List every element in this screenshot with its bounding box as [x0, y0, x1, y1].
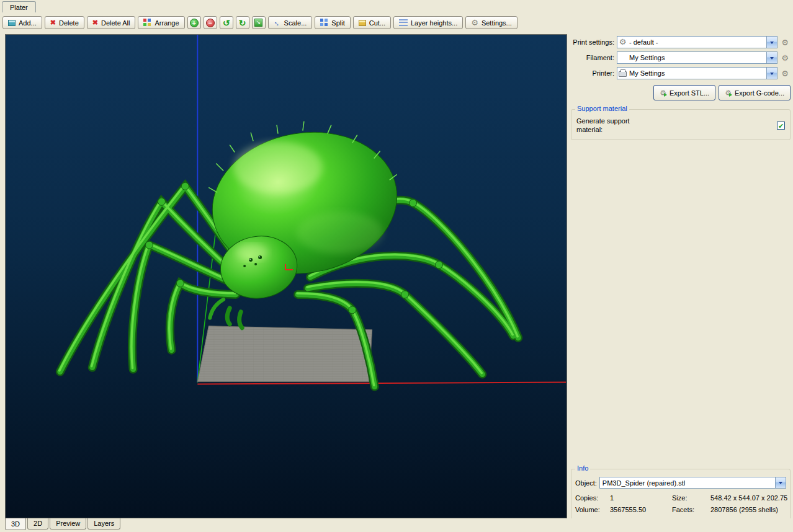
- support-material-group: Support material Generate support materi…: [571, 109, 791, 140]
- print-settings-combo[interactable]: ⚙ - default -: [617, 36, 777, 48]
- rotate-to-face-icon: ↘: [254, 19, 262, 27]
- copies-value: 1: [610, 494, 670, 502]
- object-value: PM3D_Spider (repaired).stl: [600, 479, 775, 487]
- tab-3d[interactable]: 3D: [5, 518, 26, 530]
- scale-button[interactable]: ↔ Scale...: [268, 16, 313, 29]
- layer-heights-icon: [399, 19, 408, 26]
- size-value: 548.42 x 544.07 x 202.75: [710, 494, 787, 502]
- 3d-viewport[interactable]: [5, 34, 567, 518]
- print-bed: [197, 326, 372, 382]
- add-button[interactable]: Add...: [2, 16, 42, 29]
- split-button-label: Split: [331, 19, 344, 27]
- info-title: Info: [575, 464, 590, 472]
- delete-all-button[interactable]: ✖ Delete All: [87, 16, 136, 29]
- dropdown-arrow-icon[interactable]: [775, 477, 786, 488]
- split-icon: [320, 19, 323, 22]
- gear-icon: ⚙: [781, 38, 789, 47]
- delete-button-label: Delete: [59, 19, 79, 27]
- generate-support-label: Generate support material:: [576, 117, 651, 135]
- dropdown-arrow-icon[interactable]: [766, 68, 777, 79]
- facets-value: 2807856 (2955 shells): [710, 506, 787, 513]
- 3d-scene: [6, 35, 567, 518]
- print-settings-gear-button[interactable]: ⚙: [779, 37, 791, 48]
- support-material-title: Support material: [575, 105, 629, 112]
- filament-combo[interactable]: My Settings: [617, 51, 777, 64]
- scale-arrows-icon: ↔: [271, 17, 282, 28]
- scale-button-label: Scale...: [284, 19, 307, 27]
- filament-label: Filament:: [571, 54, 614, 61]
- x-axis-line: [197, 383, 566, 384]
- cut-button-label: Cut...: [369, 19, 385, 27]
- volume-value: 3567555.50: [610, 506, 670, 513]
- export-stl-icon: ⚙: [660, 89, 666, 97]
- arrange-icon: [143, 19, 146, 22]
- settings-panel: Print settings: ⚙ - default - ⚙ Filament…: [571, 34, 791, 530]
- print-settings-label: Print settings:: [571, 38, 614, 46]
- print-settings-value: - default -: [628, 38, 766, 46]
- cut-button[interactable]: Cut...: [353, 16, 391, 29]
- printer-label: Printer:: [571, 69, 614, 77]
- volume-label: Volume:: [575, 506, 607, 513]
- rotate-button[interactable]: ↘: [252, 16, 266, 29]
- gear-icon: ⚙: [781, 69, 789, 78]
- split-button[interactable]: Split: [315, 16, 350, 29]
- export-stl-button[interactable]: ⚙ Export STL...: [653, 85, 715, 100]
- generate-support-checkbox[interactable]: ✔: [777, 122, 785, 130]
- panel-spacer: [571, 140, 791, 462]
- slic3r-plater-window: Plater Add... ✖ Delete ✖ Delete All Arra…: [0, 0, 793, 532]
- export-gcode-button[interactable]: ⚙ Export G-code...: [719, 85, 791, 100]
- add-object-icon: [8, 20, 16, 26]
- object-label: Object:: [575, 479, 597, 487]
- printer-combo[interactable]: My Settings: [617, 67, 777, 79]
- cut-icon: [359, 20, 366, 26]
- export-stl-label: Export STL...: [670, 89, 709, 97]
- gear-icon: ⚙: [617, 38, 628, 47]
- top-tab-strip: Plater: [0, 0, 793, 13]
- export-gcode-label: Export G-code...: [735, 89, 784, 97]
- arrange-button-label: Arrange: [155, 19, 179, 27]
- layer-heights-button[interactable]: Layer heights...: [393, 16, 463, 29]
- rotate-ccw-button[interactable]: ↺: [220, 16, 233, 29]
- rotate-cw-icon: ↻: [239, 19, 246, 27]
- plus-circle-icon: +: [190, 19, 199, 27]
- printer-gear-button[interactable]: ⚙: [779, 68, 791, 79]
- printer-value: My Settings: [628, 69, 766, 77]
- delete-icon: ✖: [50, 19, 56, 26]
- copies-label: Copies:: [575, 494, 607, 502]
- add-button-label: Add...: [19, 19, 37, 27]
- tab-preview[interactable]: Preview: [50, 518, 86, 530]
- layer-heights-button-label: Layer heights...: [411, 19, 457, 27]
- gear-icon: ⚙: [471, 19, 478, 27]
- filament-value: My Settings: [628, 54, 766, 61]
- filament-gear-button[interactable]: ⚙: [779, 52, 791, 63]
- facets-label: Facets:: [672, 506, 708, 513]
- decrease-copies-button[interactable]: −: [204, 16, 217, 29]
- rotate-ccw-icon: ↺: [223, 19, 230, 27]
- tab-2d[interactable]: 2D: [27, 518, 48, 530]
- dropdown-arrow-icon[interactable]: [766, 52, 777, 63]
- minus-circle-icon: −: [206, 19, 215, 27]
- dropdown-arrow-icon[interactable]: [766, 37, 777, 48]
- gear-icon: ⚙: [781, 53, 789, 63]
- delete-all-icon: ✖: [92, 19, 98, 26]
- printer-icon: [617, 70, 628, 77]
- delete-button[interactable]: ✖ Delete: [45, 16, 84, 29]
- arrange-button[interactable]: Arrange: [138, 16, 184, 29]
- size-label: Size:: [672, 494, 708, 502]
- plater-toolbar: Add... ✖ Delete ✖ Delete All Arrange + −…: [0, 13, 793, 31]
- settings-button-label: Settings...: [482, 19, 512, 27]
- settings-button[interactable]: ⚙ Settings...: [465, 16, 517, 29]
- tab-layers[interactable]: Layers: [87, 518, 120, 530]
- rotate-cw-button[interactable]: ↻: [236, 16, 249, 29]
- increase-copies-button[interactable]: +: [187, 16, 201, 29]
- delete-all-button-label: Delete All: [101, 19, 130, 27]
- view-tab-strip: 3D 2D Preview Layers: [0, 518, 793, 532]
- tab-plater[interactable]: Plater: [2, 1, 36, 12]
- object-combo[interactable]: PM3D_Spider (repaired).stl: [599, 477, 786, 489]
- export-gcode-icon: ⚙: [725, 89, 732, 97]
